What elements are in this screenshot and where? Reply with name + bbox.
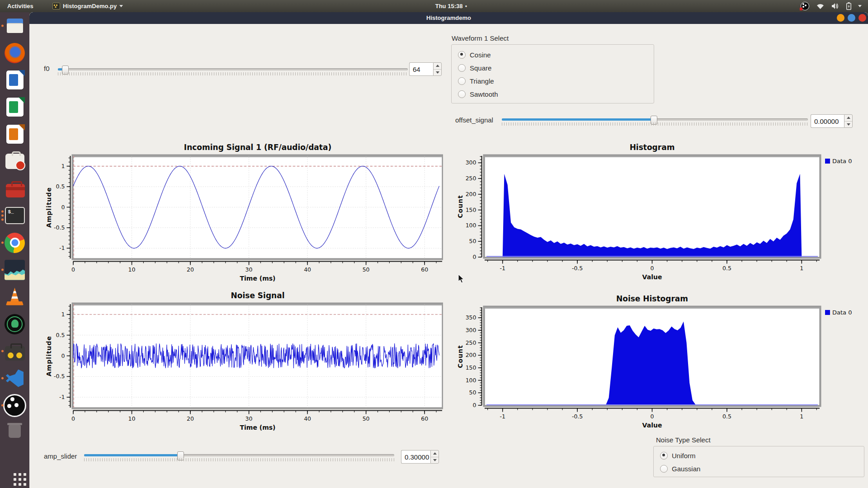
dock	[0, 12, 29, 488]
svg-text:60: 60	[421, 266, 428, 273]
plot-canvas[interactable]	[485, 156, 820, 257]
dock-item-obs-studio[interactable]	[0, 392, 29, 419]
svg-text:20: 20	[187, 415, 194, 422]
svg-text:40: 40	[304, 266, 311, 273]
radio-cosine[interactable]: Cosine	[458, 49, 491, 60]
plot-title: Noise Histogram	[616, 294, 688, 303]
dock-item-ubuntu-software[interactable]	[0, 148, 29, 175]
titlebar-button-minimize[interactable]	[837, 14, 844, 22]
svg-text:-1: -1	[59, 394, 65, 400]
svg-text:0: 0	[473, 402, 476, 408]
svg-text:0.5: 0.5	[56, 183, 65, 190]
plot-ylabel: Count	[457, 195, 464, 218]
plot-canvas[interactable]	[73, 156, 442, 258]
plot-xlabel: Time (ms)	[240, 275, 275, 282]
noise-histogram-plot: -1-0.500.51050100150200250300350 Noise H…	[456, 285, 863, 432]
noise-type-groupbox: Uniform Gaussian	[653, 446, 864, 477]
vlc-icon	[5, 287, 25, 307]
amp-slider[interactable]	[84, 451, 394, 462]
radio-uniform[interactable]: Uniform	[660, 450, 696, 461]
obs-status-icon	[801, 2, 809, 10]
plot-canvas[interactable]	[73, 304, 442, 408]
svg-text:20: 20	[187, 266, 194, 273]
titlebar-button-close[interactable]	[859, 14, 866, 22]
radio-square[interactable]: Square	[458, 62, 491, 73]
dock-item-toolbox[interactable]	[0, 175, 29, 202]
svg-text:1: 1	[61, 163, 65, 169]
dock-item-vscode[interactable]	[0, 365, 29, 392]
spin-down-button[interactable]	[844, 122, 852, 128]
chart-app-icon	[5, 260, 25, 280]
dock-item-terminal[interactable]	[0, 202, 29, 229]
running-indicator	[1, 242, 4, 244]
dock-item-files[interactable]	[0, 12, 29, 39]
svg-text:150: 150	[466, 364, 476, 371]
plot-ylabel: Amplitude	[45, 335, 52, 376]
dock-item-libreoffice-writer[interactable]	[0, 66, 29, 94]
dock-item-chrome[interactable]	[0, 229, 29, 256]
histogram-plot: -1-0.500.51050100150200250300 Histogram …	[456, 141, 863, 285]
app-icon	[52, 3, 60, 9]
slider-groove[interactable]	[58, 68, 408, 70]
radio-gaussian[interactable]: Gaussian	[660, 463, 700, 474]
svg-text:0.5: 0.5	[722, 265, 731, 272]
desktop: Activities HistogramDemo.py Thu 15:38●	[0, 0, 868, 488]
running-indicator	[1, 25, 4, 27]
svg-text:50: 50	[363, 266, 370, 273]
spin-up-icon	[433, 452, 437, 455]
clock[interactable]: Thu 15:38●	[424, 0, 478, 12]
spin-up-button[interactable]	[431, 450, 439, 457]
window-title: Histogramdemo	[29, 12, 868, 24]
spin-down-button[interactable]	[434, 70, 441, 76]
titlebar[interactable]: Histogramdemo	[29, 12, 868, 24]
app-window: Histogramdemo f0 64 Waveform 1 Select Co…	[29, 12, 868, 488]
spin-down-button[interactable]	[431, 457, 439, 464]
dock-item-libreoffice-calc[interactable]	[0, 94, 29, 121]
svg-text:-0.5: -0.5	[54, 224, 65, 231]
f0-spinbox: 64	[409, 62, 442, 76]
svg-text:100: 100	[466, 222, 476, 229]
dock-item-trash[interactable]	[0, 419, 29, 442]
notification-dot: ●	[465, 4, 467, 8]
svg-text:0: 0	[651, 265, 654, 272]
dock-item-chart-app[interactable]	[0, 256, 29, 283]
svg-text:200: 200	[466, 191, 476, 197]
svg-text:0: 0	[61, 204, 65, 211]
plot-title: Histogram	[630, 143, 675, 152]
system-tray[interactable]	[801, 0, 862, 12]
waveform-groupbox: Cosine Square Triangle Sawtooth	[451, 44, 654, 103]
amp-slider-value-field[interactable]: 0.30000	[401, 450, 430, 464]
radio-sawtooth[interactable]: Sawtooth	[458, 89, 498, 99]
spin-up-button[interactable]	[434, 63, 441, 70]
radio-triangle[interactable]: Triangle	[458, 75, 494, 86]
plot-canvas[interactable]	[485, 307, 820, 405]
offset-signal-slider[interactable]	[502, 115, 808, 126]
amp-slider-label: amp_slider	[44, 452, 77, 461]
kraken-sdr-icon	[5, 314, 25, 334]
activities-button[interactable]: Activities	[4, 0, 37, 12]
app-menu-button[interactable]: HistogramDemo.py	[49, 0, 127, 12]
svg-text:0: 0	[71, 266, 75, 273]
dock-item-libreoffice-impress[interactable]	[0, 121, 29, 148]
dock-item-boombox[interactable]	[0, 338, 29, 365]
trash-icon	[5, 421, 25, 441]
spin-up-button[interactable]	[844, 115, 852, 122]
svg-text:40: 40	[304, 415, 311, 422]
show-applications-button[interactable]	[0, 463, 29, 486]
noise-type-group-label: Noise Type Select	[656, 436, 711, 444]
plot-xlabel: Value	[642, 273, 662, 281]
svg-text:0.5: 0.5	[722, 413, 731, 420]
f0-slider[interactable]	[58, 65, 408, 76]
dock-item-kraken-sdr[interactable]	[0, 310, 29, 338]
mouse-cursor	[458, 274, 465, 284]
slider-ticks	[84, 458, 394, 461]
dock-item-firefox[interactable]	[0, 39, 29, 66]
spin-up-icon	[847, 117, 850, 119]
radio-button-icon	[458, 51, 466, 59]
dock-item-vlc[interactable]	[0, 283, 29, 310]
titlebar-button-maximize[interactable]	[848, 14, 855, 22]
svg-text:0: 0	[71, 415, 75, 422]
amp-slider-spinbox: 0.30000	[401, 450, 439, 464]
f0-value-field[interactable]: 64	[409, 62, 433, 76]
offset-signal-value-field[interactable]: 0.00000	[811, 114, 844, 128]
